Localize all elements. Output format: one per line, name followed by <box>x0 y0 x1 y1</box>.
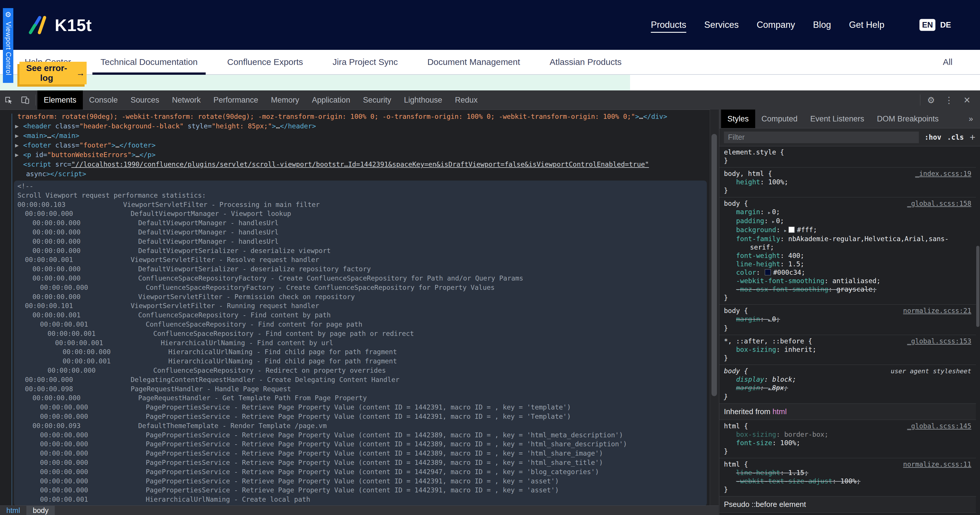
css-property[interactable]: color: #000c34; <box>724 268 971 277</box>
devtools-tab-console[interactable]: Console <box>83 91 124 110</box>
hover-state-button[interactable]: :hov <box>925 133 942 142</box>
settings-gear-icon[interactable]: ⚙ <box>922 91 940 110</box>
css-property[interactable]: box-sizing: border-box; <box>724 430 971 439</box>
dom-tree-line[interactable]: ▶<header class="header-background--black… <box>18 121 710 131</box>
css-property[interactable]: -moz-osx-font-smoothing: grayscale; <box>724 285 971 293</box>
stylesheet-source-link[interactable]: _global.scss:145 <box>907 422 971 430</box>
stylesheet-source-link[interactable]: _global.scss:153 <box>907 337 971 346</box>
expand-arrow-icon[interactable]: ▶ <box>15 121 19 131</box>
log-message: PagePropertiesService - Retrieve Page Pr… <box>146 412 571 421</box>
css-selector-line[interactable]: element.style { <box>724 148 971 156</box>
css-selector-line[interactable]: *, ::after, ::before {_global.scss:153 <box>724 337 971 346</box>
css-property[interactable]: -webkit-text-size-adjust: 100%; <box>724 477 971 485</box>
devtools-tab-sources[interactable]: Sources <box>124 91 166 110</box>
subnav-item-atlassian-products[interactable]: Atlassian Products <box>541 50 630 74</box>
log-timestamp: 00:00:00.000 <box>40 458 146 467</box>
close-devtools-icon[interactable]: × <box>958 91 976 110</box>
secondary-nav: Help CenterTechnical DocumentationConflu… <box>0 50 980 75</box>
class-toggle-button[interactable]: .cls <box>947 133 964 142</box>
lang-en-button[interactable]: EN <box>920 19 935 31</box>
devtools-tab-network[interactable]: Network <box>166 91 207 110</box>
css-selector-line[interactable]: body {_global.scss:158 <box>724 199 971 208</box>
stylesheet-source-link[interactable]: normalize.scss:21 <box>903 307 971 315</box>
css-property[interactable]: line-height: 1.5; <box>724 260 971 268</box>
dom-tree-line[interactable]: async></script> <box>18 169 710 179</box>
styles-filter-input[interactable] <box>724 132 919 143</box>
devtools-tab-lighthouse[interactable]: Lighthouse <box>398 91 449 110</box>
devtools-tab-security[interactable]: Security <box>356 91 398 110</box>
top-nav-services[interactable]: Services <box>704 20 739 30</box>
elements-scrollbar-thumb[interactable] <box>711 134 717 396</box>
lang-de-button[interactable]: DE <box>940 21 951 30</box>
expand-value-icon[interactable]: ▸ <box>772 219 776 224</box>
css-property[interactable]: -webkit-font-smoothing: antialiased; <box>724 277 971 285</box>
stylesheet-source-link[interactable]: normalize.scss:11 <box>903 460 971 469</box>
styles-tab-event-listeners[interactable]: Event Listeners <box>804 110 870 128</box>
css-selector-line[interactable]: body {user agent stylesheet <box>724 367 971 375</box>
inspect-element-icon[interactable] <box>0 91 17 110</box>
dom-tree-line[interactable]: ▶<main>…</main> <box>18 131 710 140</box>
css-property[interactable]: display: block; <box>724 375 971 384</box>
styles-tab-dom-breakpoints[interactable]: DOM Breakpoints <box>870 110 945 128</box>
kebab-menu-icon[interactable]: ⋮ <box>940 91 958 110</box>
expand-value-icon[interactable]: ▸ <box>768 317 772 322</box>
css-property[interactable]: font-family: nbAkademie-regular,Helvetic… <box>724 235 971 252</box>
styles-scrollbar-thumb[interactable] <box>976 246 979 327</box>
top-nav-blog[interactable]: Blog <box>813 20 831 30</box>
devtools-tab-redux[interactable]: Redux <box>449 91 484 110</box>
css-property[interactable]: font-size: 100%; <box>724 439 971 447</box>
css-property[interactable]: margin: ▸ 0; <box>724 315 971 324</box>
css-property[interactable]: background: ▸ #fff; <box>724 226 971 235</box>
css-property[interactable]: line-height: 1.15; <box>724 469 971 477</box>
subnav-item-technical-documentation[interactable]: Technical Documentation <box>92 50 206 74</box>
selected-comment-node[interactable]: <!-- Scroll Viewport request performance… <box>14 180 707 506</box>
dom-tree-line[interactable]: <script src="//localhost:1990/confluence… <box>18 160 710 169</box>
devtools-tab-application[interactable]: Application <box>305 91 356 110</box>
expand-value-icon[interactable]: ▸ <box>768 386 772 391</box>
expand-arrow-icon[interactable]: ▶ <box>15 150 19 160</box>
expand-value-icon[interactable]: ▸ <box>768 210 772 215</box>
styles-tab-computed[interactable]: Computed <box>755 110 804 128</box>
breadcrumb-body[interactable]: body <box>26 506 55 515</box>
top-nav-products[interactable]: Products <box>651 20 686 30</box>
devtools-tab-memory[interactable]: Memory <box>264 91 305 110</box>
top-nav-get-help[interactable]: Get Help <box>849 20 885 30</box>
color-swatch[interactable] <box>765 269 771 275</box>
dom-tree-line[interactable]: transform: rotate(90deg); -webkit-transf… <box>18 112 710 121</box>
breadcrumb-html[interactable]: html <box>0 506 26 515</box>
subnav-item-confluence-exports[interactable]: Confluence Exports <box>219 50 311 74</box>
css-property[interactable]: margin: ▸ 8px; <box>724 384 971 393</box>
k15t-logo[interactable]: K15t <box>27 15 92 35</box>
css-selector-line[interactable]: body {normalize.scss:21 <box>724 307 971 315</box>
css-property[interactable]: box-sizing: inherit; <box>724 346 971 354</box>
expand-value-icon[interactable]: ▸ <box>784 228 788 233</box>
new-style-rule-button[interactable]: + <box>970 132 975 143</box>
subnav-item-document-management[interactable]: Document Management <box>419 50 528 74</box>
css-selector-line[interactable]: html {_global.scss:145 <box>724 422 971 430</box>
stylesheet-source-link[interactable]: _index.scss:19 <box>915 169 971 178</box>
css-property[interactable]: height: 100%; <box>724 178 971 187</box>
viewport-control-tab[interactable]: ⚙ Viewport Control <box>3 8 13 83</box>
css-property[interactable]: padding: ▸ 0; <box>724 217 971 226</box>
device-toolbar-icon[interactable] <box>17 91 33 110</box>
subnav-item-all[interactable]: All <box>943 50 953 74</box>
dom-tree-line[interactable]: ▶<p id="buttonWebsiteErrors">…</p> <box>18 150 710 160</box>
stylesheet-source-link[interactable]: _global.scss:158 <box>907 199 971 208</box>
node-link[interactable]: html <box>773 407 787 416</box>
styles-tab-styles[interactable]: Styles <box>721 110 755 128</box>
expand-arrow-icon[interactable]: ▶ <box>15 131 19 140</box>
expand-arrow-icon[interactable]: ▶ <box>15 140 19 150</box>
subnav-item-jira-project-sync[interactable]: Jira Project Sync <box>325 50 406 74</box>
css-property[interactable]: font-weight: 400; <box>724 252 971 260</box>
devtools-tab-performance[interactable]: Performance <box>207 91 265 110</box>
color-swatch[interactable] <box>789 226 795 233</box>
see-error-log-button[interactable]: See error-log → <box>19 62 87 85</box>
devtools-tab-elements[interactable]: Elements <box>37 91 83 110</box>
dom-tree-line[interactable]: ▶<footer class="footer">…</footer> <box>18 140 710 150</box>
log-message: DelegatingContentRequestHandler - Create… <box>130 375 399 384</box>
more-tabs-icon[interactable]: » <box>966 110 976 128</box>
top-nav-company[interactable]: Company <box>757 20 795 30</box>
css-property[interactable]: margin: ▸ 0; <box>724 208 971 217</box>
css-selector-line[interactable]: body, html {_index.scss:19 <box>724 169 971 178</box>
css-selector-line[interactable]: html {normalize.scss:11 <box>724 460 971 469</box>
